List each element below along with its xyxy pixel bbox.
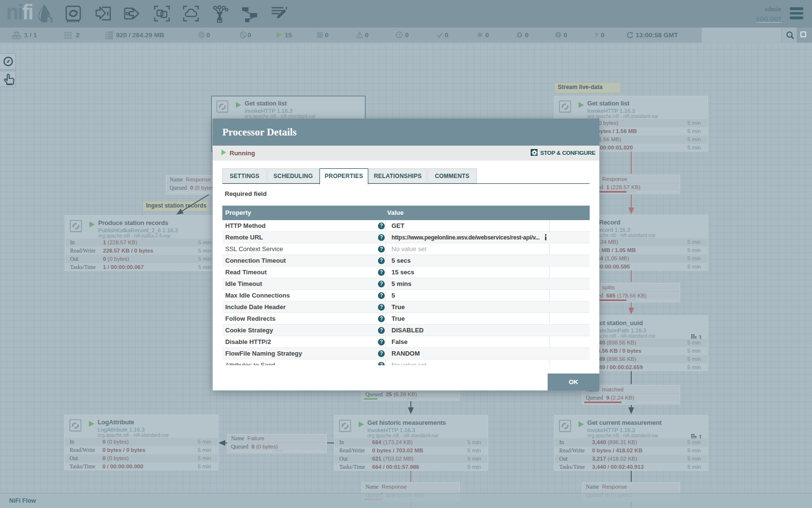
svg-text:?: ? xyxy=(594,31,598,38)
